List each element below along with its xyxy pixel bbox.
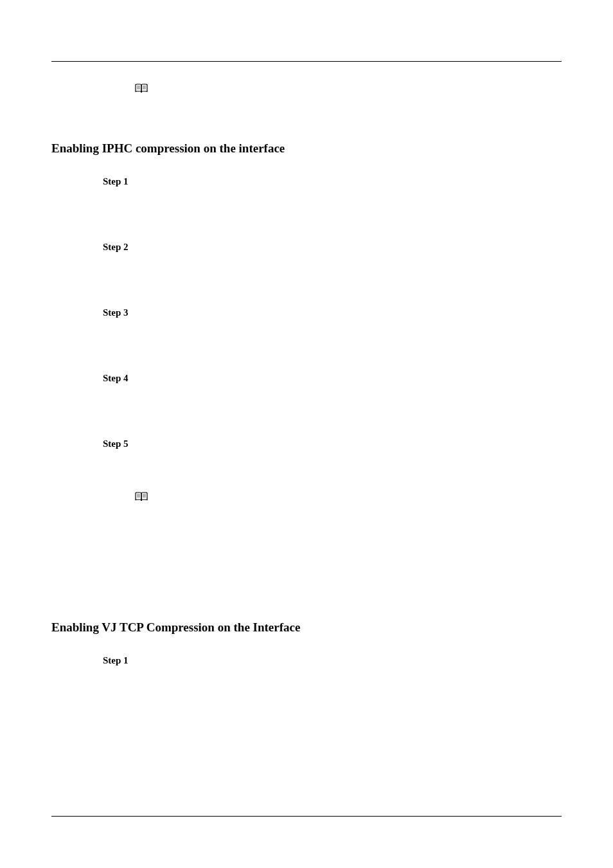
section-heading-vjtcp: Enabling VJ TCP Compression on the Inter… xyxy=(51,620,562,635)
header-rule xyxy=(51,61,562,62)
step-label: Step 1 xyxy=(103,176,138,203)
step-item: Step 5 xyxy=(103,439,562,452)
step-content xyxy=(151,373,154,400)
step-item: Step 1 xyxy=(103,655,562,669)
steps-list-2: Step 1 xyxy=(103,655,562,669)
step-content xyxy=(151,655,154,669)
note-block-2 xyxy=(135,491,562,563)
book-icon xyxy=(135,84,148,96)
step-label: Step 2 xyxy=(103,242,138,269)
step-content xyxy=(151,242,154,269)
note-block-1 xyxy=(135,82,562,96)
step-label: Step 5 xyxy=(103,439,138,452)
step-item: Step 3 xyxy=(103,307,562,334)
step-content xyxy=(151,439,154,452)
footer-rule xyxy=(51,816,562,817)
step-content xyxy=(151,176,154,203)
step-item: Step 1 xyxy=(103,176,562,203)
step-content xyxy=(151,307,154,334)
steps-list-1: Step 1 Step 2 Step 3 Step 4 Step 5 xyxy=(103,176,562,452)
book-icon xyxy=(135,492,148,505)
step-item: Step 2 xyxy=(103,242,562,269)
section-heading-iphc: Enabling IPHC compression on the interfa… xyxy=(51,141,562,156)
step-label: Step 3 xyxy=(103,307,138,334)
note-text xyxy=(135,509,562,563)
step-item: Step 4 xyxy=(103,373,562,400)
step-label: Step 4 xyxy=(103,373,138,400)
step-label: Step 1 xyxy=(103,655,138,669)
